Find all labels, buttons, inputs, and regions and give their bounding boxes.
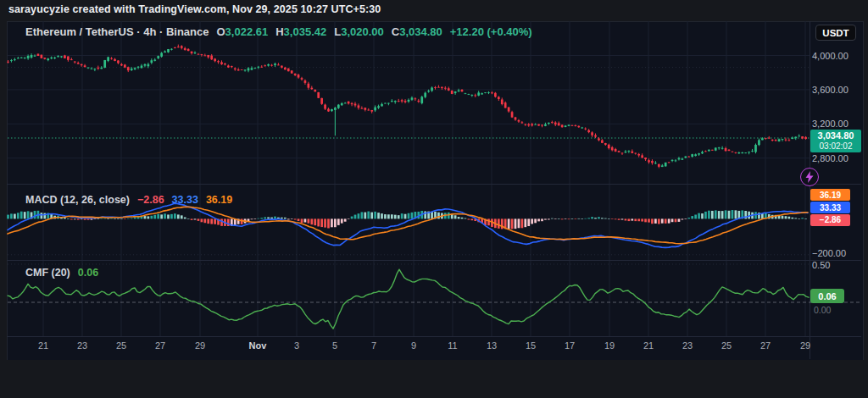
time-tick-label: 23 [676,340,699,351]
ohlc-low: L3,020.00 [334,25,384,38]
price-tick-label: 2,800.00 [812,153,849,163]
last-price-badge: 3,034.80 03:02:02 [810,130,861,152]
symbol-title[interactable]: Ethereum / TetherUS · 4h · Binance [25,25,209,38]
attribution-bar: sarayucyzie created with TradingView.com… [8,3,381,15]
macd-line-badge: 33.33 [810,202,850,213]
ohlc-open: O3,022.61 [216,25,268,38]
time-tick-label: 21 [637,340,660,351]
currency-button[interactable]: USDT [815,25,856,41]
macd-scale-label: −200.00 [812,248,846,258]
time-tick-label: 27 [754,340,777,351]
time-tick-label: 11 [441,340,465,351]
symbol-legend[interactable]: Ethereum / TetherUS · 4h · Binance O3,02… [25,25,532,38]
time-tick-label: Nov [246,340,270,351]
last-price: 3,034.80 [810,130,861,141]
time-scale[interactable]: 2123252729Nov357911131517192123252729 [7,338,810,358]
time-tick-label: 5 [323,340,347,351]
macd-histogram-badge: −2.86 [810,214,850,226]
macd-signal-value: 36.19 [206,194,232,206]
macd-title: MACD (12, 26, close) [25,194,130,206]
time-tick-label: 25 [715,340,738,351]
cmf-title: CMF (20) [25,267,70,279]
time-tick-label: 13 [480,340,504,351]
price-tick-label: 3,600.00 [812,85,849,95]
ohlc-close: C3,034.80 [392,25,442,38]
time-tick-label: 27 [148,340,172,351]
time-tick-label: 21 [31,340,55,351]
time-tick-label: 17 [558,340,581,351]
macd-legend[interactable]: MACD (12, 26, close) −2.86 33.33 36.19 [25,194,232,206]
price-tick-label: 3,200.00 [812,119,849,129]
time-tick-label: 23 [70,340,94,351]
cmf-badge: 0.06 [810,289,844,303]
lightning-bolt-icon [804,171,815,183]
macd-line-value: 33.33 [172,194,198,206]
cmf-value: 0.06 [78,267,98,279]
cmf-zero-label: 0.00 [814,305,831,315]
footer-bar: TradingView [0,360,868,398]
time-tick-label: 15 [519,340,542,351]
bar-countdown: 03:02:02 [810,141,861,151]
ohlc-high: H3,035.42 [275,25,326,38]
macd-histogram-value: −2.86 [137,194,164,206]
time-tick-label: 25 [109,340,133,351]
macd-signal-badge: 36.19 [810,189,850,201]
cmf-scale-label: 0.50 [812,260,830,270]
price-tick-label: 4,000.00 [812,51,849,61]
time-tick-label: 7 [362,340,386,351]
time-tick-label: 29 [188,340,212,351]
time-tick-label: 3 [285,340,309,351]
lightning-icon[interactable] [800,168,819,186]
time-tick-label: 19 [598,340,621,351]
time-tick-label: 9 [402,340,426,351]
cmf-legend[interactable]: CMF (20) 0.06 [25,267,98,279]
change-value: +12.20 (+0.40%) [450,25,532,38]
time-tick-label: 29 [793,340,817,351]
